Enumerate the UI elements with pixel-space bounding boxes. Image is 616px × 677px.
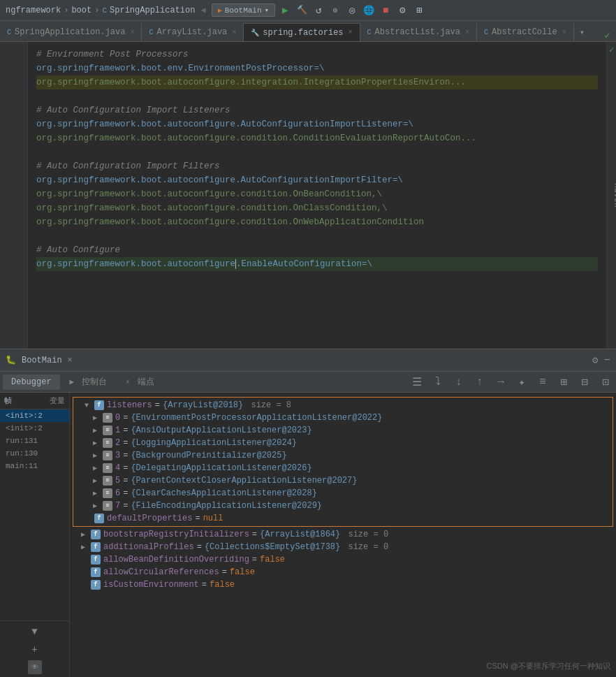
- code-line-4: [36, 89, 598, 103]
- tab-arraylist[interactable]: C ArrayList.java ×: [142, 23, 244, 41]
- tab-close-arraylist[interactable]: ×: [232, 29, 236, 36]
- frame-label-0: <init>:2: [6, 412, 43, 420]
- var-val-allowbeandef: false: [260, 555, 285, 565]
- var-row-additionalprofiles[interactable]: ▶ f additionalProfiles = {Collections$Em…: [70, 541, 616, 553]
- build-button[interactable]: 🔨: [295, 3, 309, 17]
- editor-checkmark: ✓: [599, 29, 616, 41]
- var-row-listener-5[interactable]: ▶ ≡ 5 = {ParentContextCloserApplicationL…: [73, 474, 613, 487]
- tab-abstractcolle[interactable]: C AbstractColle ×: [477, 23, 574, 41]
- var-row-iscustom[interactable]: f isCustomEnvironment = false: [70, 578, 616, 591]
- var-name-7: 7: [115, 501, 120, 511]
- nav-boot[interactable]: boot: [71, 6, 91, 15]
- var-row-bootstrapregistry[interactable]: ▶ f bootstrapRegistryInitializers = {Arr…: [70, 528, 616, 541]
- listener-1-arrow[interactable]: ▶: [93, 426, 100, 435]
- tab-icon-abstractcolle: C: [484, 29, 488, 36]
- debug-tab-endpoints[interactable]: ⚡ 端点: [117, 373, 163, 391]
- more-button[interactable]: ⚙: [395, 3, 409, 17]
- debug-run-to-cursor-btn[interactable]: →: [493, 374, 508, 390]
- tab-label-abstractcolle: AbstractColle: [492, 27, 557, 37]
- run-config-dropdown[interactable]: ▶ BootMain ▾: [212, 3, 275, 17]
- debug-step-out-btn[interactable]: ↑: [472, 374, 487, 390]
- debug-settings-btn[interactable]: ⚙: [592, 354, 598, 366]
- tab-close-factories[interactable]: ×: [349, 29, 353, 36]
- listener-2-arrow[interactable]: ▶: [93, 439, 100, 447]
- nav-springapplication[interactable]: SpringApplication: [110, 6, 195, 15]
- var-icon-e-4: ≡: [103, 463, 112, 473]
- listener-5-arrow[interactable]: ▶: [93, 476, 100, 485]
- window-button[interactable]: ⊞: [412, 3, 426, 17]
- editor-area: ​ ​ ​ ​ ​ ​ ​ ​ ​ ​ ​ ​ ​ ​ ​ ​ # Enviro…: [0, 42, 616, 349]
- frames-list: <init>:2 <init>:2 run:131 run:130 main:1…: [0, 409, 69, 620]
- editor-gutter-checkmark: ✓: [609, 45, 614, 55]
- frames-header: 帧 变量: [0, 393, 69, 409]
- tab-abstractlist[interactable]: C AbstractList.java ×: [360, 23, 477, 41]
- debug-layout-btn[interactable]: ⊞: [556, 374, 571, 390]
- code-line-2: org.springframework.boot.env.Environment…: [36, 61, 598, 75]
- tab-springapplication[interactable]: C SpringApplication.java ×: [0, 23, 142, 41]
- var-row-listener-3[interactable]: ▶ ≡ 3 = {BackgroundPreinitializer@2025}: [73, 449, 613, 462]
- listeners-collapse-arrow[interactable]: ▼: [85, 402, 91, 409]
- var-name-4: 4: [115, 463, 120, 473]
- frame-item-0[interactable]: <init>:2: [0, 409, 69, 422]
- var-row-allowbeandef[interactable]: f allowBeanDefinitionOverriding = false: [70, 553, 616, 566]
- debug-minimize-btn[interactable]: −: [603, 354, 610, 367]
- var-row-listener-0[interactable]: ▶ ≡ 0 = {EnvironmentPostProcessorApplica…: [73, 412, 613, 424]
- maven-panel-label[interactable]: Maven: [613, 183, 616, 208]
- coverage-button[interactable]: ⊙: [328, 3, 342, 17]
- additionalprofiles-arrow[interactable]: ▶: [81, 543, 88, 551]
- var-row-listener-6[interactable]: ▶ ≡ 6 = {ClearCachesApplicationListener@…: [73, 487, 613, 500]
- var-row-defaultproperties[interactable]: f defaultProperties = null: [73, 512, 613, 525]
- vars-label: 变量: [50, 395, 65, 406]
- var-row-listener-1[interactable]: ▶ ≡ 1 = {AnsiOutputApplicationListener@2…: [73, 424, 613, 437]
- tab-close-abstractlist[interactable]: ×: [465, 29, 469, 36]
- var-row-listeners[interactable]: ▼ f listeners = {ArrayList@2018} size = …: [73, 399, 613, 412]
- tab-label-abstractlist: AbstractList.java: [375, 27, 460, 37]
- frame-filter-btn[interactable]: ▼: [27, 624, 43, 639]
- debug-step-into-btn[interactable]: ↓: [451, 374, 467, 390]
- var-name-0: 0: [115, 413, 120, 423]
- debug-threads-btn[interactable]: ☰: [409, 374, 425, 390]
- debug-evaluate-btn[interactable]: ✦: [514, 374, 529, 390]
- frame-item-4[interactable]: main:11: [0, 460, 69, 472]
- listener-7-arrow[interactable]: ▶: [93, 502, 100, 510]
- code-editor[interactable]: # Environment Post Processors org.spring…: [28, 42, 606, 349]
- debug-session-close[interactable]: ×: [68, 356, 73, 365]
- tab-close-springapplication[interactable]: ×: [130, 29, 134, 36]
- listener-3-arrow[interactable]: ▶: [93, 451, 100, 460]
- debug-export-btn[interactable]: ⊡: [598, 374, 613, 390]
- bootstrapregistry-arrow[interactable]: ▶: [81, 530, 88, 539]
- var-row-listener-2[interactable]: ▶ ≡ 2 = {LoggingApplicationListener@2024…: [73, 437, 613, 449]
- debug-extra-btn[interactable]: ⊟: [577, 374, 592, 390]
- debug-tab-console[interactable]: ▶ 控制台: [61, 373, 116, 391]
- debug-action-buttons: ☰ ⤵ ↓ ↑ → ✦ ≡ ⊞ ⊟ ⊡: [409, 374, 613, 390]
- tab-spring-factories[interactable]: 🔧 spring.factories ×: [244, 23, 360, 41]
- var-icon-e-3: ≡: [103, 451, 112, 460]
- stop-button[interactable]: ■: [379, 3, 393, 17]
- var-row-listener-4[interactable]: ▶ ≡ 4 = {DelegatingApplicationListener@2…: [73, 462, 613, 474]
- listener-6-arrow[interactable]: ▶: [93, 489, 100, 497]
- listener-0-arrow[interactable]: ▶: [93, 414, 100, 422]
- profile-button[interactable]: ◎: [345, 3, 359, 17]
- frame-add-btn[interactable]: +: [27, 642, 43, 657]
- nav-ngframework[interactable]: ngframework: [6, 6, 61, 15]
- var-row-listener-7[interactable]: ▶ ≡ 7 = {FileEncodingApplicationListener…: [73, 500, 613, 512]
- tabs-overflow-btn[interactable]: ▾: [574, 23, 590, 41]
- frame-item-3[interactable]: run:130: [0, 447, 69, 460]
- debug-step-over-btn[interactable]: ⤵: [430, 374, 446, 390]
- var-row-allowcircular[interactable]: f allowCircularReferences = false: [70, 566, 616, 578]
- frame-item-1[interactable]: <init>:2: [0, 422, 69, 435]
- code-line-7: org.springframework.boot.autoconfigure.c…: [36, 131, 598, 145]
- listener-4-arrow[interactable]: ▶: [93, 464, 100, 472]
- debug-button[interactable]: 🌐: [362, 3, 376, 17]
- var-val-5: {ParentContextCloserApplicationListener@…: [131, 476, 357, 486]
- code-line-14: [36, 229, 598, 243]
- frame-eye-btn[interactable]: 👁: [28, 660, 42, 674]
- frame-item-2[interactable]: run:131: [0, 435, 69, 447]
- code-line-16: org.springframework.boot.autoconfigure.E…: [36, 257, 598, 271]
- debug-more-btn[interactable]: ≡: [535, 374, 550, 390]
- var-icon-e-0: ≡: [103, 413, 112, 423]
- tab-close-abstractcolle[interactable]: ×: [562, 29, 566, 36]
- sync-button[interactable]: ↺: [311, 3, 325, 17]
- run-button[interactable]: ▶: [278, 3, 292, 17]
- debug-tab-debugger[interactable]: Debugger: [3, 374, 60, 390]
